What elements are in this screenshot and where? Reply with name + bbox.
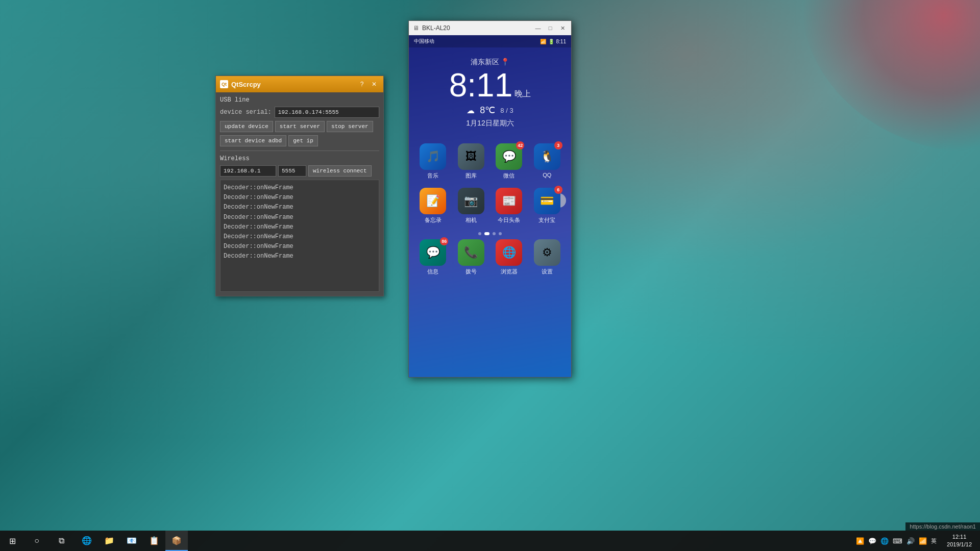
wireless-ip-input[interactable]: [220, 165, 276, 177]
app-notes[interactable]: 📝 备忘录: [418, 188, 448, 224]
app-browser[interactable]: 🌐 浏览器: [494, 239, 524, 276]
app-wechat-icon: 💬 42: [496, 143, 522, 170]
phone-maximize-button[interactable]: □: [546, 23, 555, 33]
taskbar-app4[interactable]: 📋: [143, 531, 165, 551]
phone-location: 浦东新区 📍: [409, 58, 571, 67]
task-view-button[interactable]: ⧉: [49, 531, 74, 551]
msg-badge: 86: [440, 237, 448, 245]
search-button[interactable]: ○: [24, 531, 49, 551]
clock-area[interactable]: 12:11 2019/1/12: [943, 533, 976, 549]
phone-weather: ☁ 8℃ 8 / 3: [409, 105, 571, 116]
phone-time-suffix: 晚上: [514, 89, 531, 99]
app-qq[interactable]: 🐧 3 QQ: [532, 143, 562, 180]
update-device-button[interactable]: update device: [220, 121, 273, 132]
taskbar-app5[interactable]: 📦: [165, 531, 188, 551]
stop-server-button[interactable]: stop server: [327, 121, 373, 132]
page-dot-3[interactable]: [493, 232, 496, 235]
app-gallery-label: 图库: [465, 172, 477, 180]
app-gallery[interactable]: 🖼 图库: [456, 143, 486, 180]
qtscrcpy-titlebar[interactable]: Qt QtScrcpy ? ✕: [216, 76, 383, 92]
carrier-text: 中国移动: [414, 38, 540, 45]
log-line-8: Decoder::onNewFrame: [224, 252, 376, 261]
get-ip-button[interactable]: get ip: [288, 135, 318, 146]
status-time: 8:11: [556, 39, 566, 44]
volume-icon[interactable]: 🔊: [906, 537, 915, 545]
app-music-label: 音乐: [427, 172, 438, 180]
clock-date: 2019/1/12: [947, 541, 972, 548]
phone-minimize-button[interactable]: —: [533, 23, 543, 33]
weather-icon: ☁: [467, 106, 475, 115]
tray-icon-2[interactable]: 💬: [868, 537, 876, 545]
app-wechat[interactable]: 💬 42 微信: [494, 143, 524, 180]
app-dialer[interactable]: 📞 拨号: [456, 239, 486, 276]
log-line-5: Decoder::onNewFrame: [224, 222, 376, 232]
desktop: Qt QtScrcpy ? ✕ USB line device serial: …: [0, 0, 980, 551]
log-line-1: Decoder::onNewFrame: [224, 183, 376, 193]
system-tray: 🔼 💬 🌐 ⌨ 🔊 📶 英: [852, 537, 941, 545]
device-serial-label: device serial:: [220, 109, 272, 116]
phone-title: BKL-AL20: [422, 24, 530, 32]
app-gallery-icon: 🖼: [458, 143, 484, 170]
app-alipay-icon: 💳 6: [534, 188, 560, 214]
app-msg[interactable]: 💬 86 信息: [418, 239, 448, 276]
phone-time: 8:11: [449, 69, 513, 102]
ime-icon[interactable]: 英: [931, 537, 937, 545]
app-dialer-icon: 📞: [458, 239, 484, 266]
network-icon[interactable]: 📶: [919, 537, 927, 545]
phone-date: 1月12日星期六: [409, 119, 571, 128]
app-msg-label: 信息: [427, 268, 438, 276]
tray-icon-4[interactable]: ⌨: [893, 537, 902, 545]
start-device-adbd-button[interactable]: start device adbd: [220, 135, 286, 146]
tray-icon-3[interactable]: 🌐: [880, 537, 889, 545]
windows-start-button[interactable]: ⊞: [0, 531, 24, 551]
flower-decoration: [801, 0, 980, 153]
app-settings-label: 设置: [542, 268, 553, 276]
taskbar-chrome[interactable]: 🌐: [76, 531, 98, 551]
tray-icon-1[interactable]: 🔼: [856, 537, 864, 545]
phone-apps-area: 🎵 音乐 🖼 图库 💬 42 微信: [409, 133, 571, 289]
qtscrcpy-content: USB line device serial: update device st…: [216, 92, 383, 296]
clock-time: 12:11: [952, 533, 967, 541]
log-line-2: Decoder::onNewFrame: [224, 193, 376, 203]
app-row-3: 💬 86 信息 📞 拨号 🌐 浏览器 ⚙: [414, 239, 566, 276]
app-wechat-label: 微信: [503, 172, 514, 180]
app-row-2: 📝 备忘录 📷 相机 📰 今日头条 💳 6: [414, 188, 566, 224]
app-settings[interactable]: ⚙ 设置: [532, 239, 562, 276]
wireless-connect-button[interactable]: wireless connect: [308, 165, 372, 177]
usb-buttons-row: update device start server stop server: [220, 121, 379, 132]
phone-status-bar: 中国移动 📶 🔋 8:11: [409, 35, 571, 47]
app-camera[interactable]: 📷 相机: [456, 188, 486, 224]
wireless-port-input[interactable]: [278, 165, 306, 177]
help-button[interactable]: ?: [357, 79, 367, 89]
app-dialer-label: 拨号: [465, 268, 477, 276]
wechat-badge: 42: [516, 141, 524, 149]
taskbar-outlook[interactable]: 📧: [120, 531, 143, 551]
page-dots: [414, 232, 566, 235]
start-server-button[interactable]: start server: [275, 121, 325, 132]
phone-titlebar[interactable]: 🖥 BKL-AL20 — □ ✕: [409, 21, 571, 35]
wireless-section-label: Wireless: [220, 155, 379, 162]
app-news[interactable]: 📰 今日头条: [494, 188, 524, 224]
app-music[interactable]: 🎵 音乐: [418, 143, 448, 180]
taskbar-pinned-apps: 🌐 📁 📧 📋 📦: [74, 531, 190, 551]
phone-time-area: 浦东新区 📍 8:11 晚上 ☁ 8℃ 8 / 3 1月12日星期六: [409, 47, 571, 133]
app-camera-label: 相机: [465, 216, 477, 224]
qtscrcpy-title: QtScrcpy: [231, 81, 357, 88]
app-notes-icon: 📝: [420, 188, 446, 214]
app-notes-label: 备忘录: [425, 216, 442, 224]
phone-close-button[interactable]: ✕: [558, 23, 567, 33]
page-dot-4[interactable]: [499, 232, 502, 235]
device-serial-input[interactable]: [275, 107, 379, 118]
log-line-6: Decoder::onNewFrame: [224, 232, 376, 242]
app-music-icon: 🎵: [420, 143, 446, 170]
weather-range: 8 / 3: [500, 107, 513, 114]
app-alipay[interactable]: 💳 6 支付宝: [532, 188, 562, 224]
taskbar-explorer[interactable]: 📁: [98, 531, 120, 551]
qq-badge: 3: [554, 141, 562, 149]
close-button[interactable]: ✕: [369, 79, 379, 89]
page-dot-2[interactable]: [484, 232, 489, 235]
app-news-label: 今日头条: [498, 216, 520, 224]
page-dot-1[interactable]: [478, 232, 481, 235]
taskbar-right: 🔼 💬 🌐 ⌨ 🔊 📶 英 12:11 2019/1/12: [848, 531, 980, 551]
app-row-1: 🎵 音乐 🖼 图库 💬 42 微信: [414, 143, 566, 180]
